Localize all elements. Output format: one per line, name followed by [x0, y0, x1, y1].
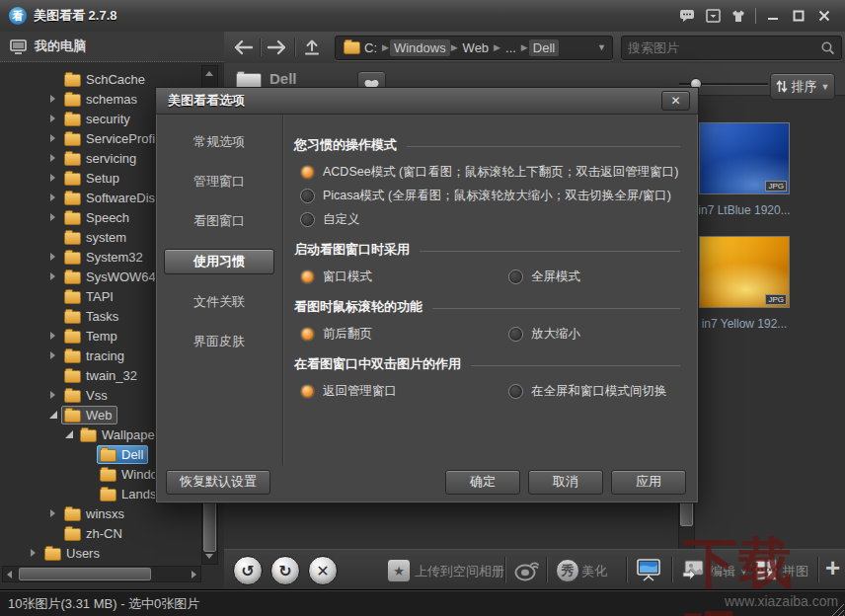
scroll-up-icon[interactable] [205, 71, 213, 76]
thumbnail-image-blue[interactable]: JPG [699, 122, 790, 194]
radio-option[interactable]: 在全屏和窗口模式间切换 [502, 379, 667, 403]
rotate-left-button[interactable]: ↺ [233, 556, 263, 585]
expand-arrow-icon[interactable] [47, 349, 59, 361]
breadcrumb[interactable]: C:▶Windows▶Web▶...▶Dell▼ [335, 36, 613, 60]
radio-option[interactable]: 自定义 [294, 207, 686, 231]
resize-grip[interactable] [830, 602, 844, 616]
restore-defaults-button[interactable]: 恢复默认设置 [166, 470, 270, 495]
thumbnail-image-orange[interactable]: JPG [699, 236, 790, 308]
scroll-right-icon[interactable] [192, 571, 196, 578]
radio-unselected-icon[interactable] [508, 384, 523, 399]
add-button[interactable]: + [825, 553, 840, 583]
tree-hscroll-thumb[interactable] [19, 568, 151, 580]
dialog-tab-使用习惯[interactable]: 使用习惯 [164, 249, 274, 274]
up-button[interactable] [297, 35, 327, 60]
expand-arrow-icon[interactable] [47, 132, 59, 144]
feedback-icon[interactable] [674, 6, 700, 26]
radio-selected-icon[interactable] [300, 270, 315, 284]
radio-selected-icon[interactable] [300, 327, 315, 342]
radio-option[interactable]: Picasa模式 (全屏看图；鼠标滚轮放大缩小；双击切换全屏/窗口) [294, 184, 686, 207]
edit-label[interactable]: 编辑 [710, 563, 735, 580]
maximize-button[interactable] [786, 6, 811, 26]
radio-option[interactable]: 前后翻页 [294, 322, 502, 346]
breadcrumb-segment-c[interactable]: C: [340, 38, 381, 56]
collapse-arrow-icon[interactable] [63, 428, 75, 440]
dialog-tab-界面皮肤[interactable]: 界面皮肤 [170, 330, 269, 353]
upload-album-label[interactable]: 上传到空间相册 [415, 563, 504, 580]
breadcrumb-segment-[interactable]: ... [501, 39, 520, 56]
tree-vscroll-thumb[interactable] [203, 499, 216, 552]
expand-arrow-icon[interactable] [47, 389, 59, 401]
radio-unselected-icon[interactable] [300, 189, 315, 203]
weibo-share-icon[interactable] [513, 557, 541, 582]
skin-icon[interactable] [726, 6, 751, 26]
search-box[interactable] [621, 36, 842, 60]
qzone-upload-icon[interactable]: ★ [387, 559, 411, 582]
beautify-icon[interactable]: 秀 [556, 559, 579, 582]
collapse-arrow-icon[interactable] [47, 409, 59, 421]
slideshow-button[interactable] [636, 558, 661, 581]
expand-arrow-icon[interactable] [47, 211, 59, 223]
beautify-label[interactable]: 美化 [581, 563, 607, 580]
tree-horizontal-scrollbar[interactable] [2, 566, 201, 582]
radio-selected-icon[interactable] [300, 384, 315, 399]
forward-button[interactable] [263, 35, 292, 60]
dialog-close-button[interactable]: ✕ [661, 91, 690, 111]
radio-option[interactable]: ACDSee模式 (窗口看图；鼠标滚轮上下翻页；双击返回管理窗口) [294, 160, 686, 184]
delete-button[interactable]: ✕ [308, 556, 338, 585]
edit-icon[interactable] [681, 559, 705, 580]
radio-unselected-icon[interactable] [508, 327, 523, 342]
edit-dropdown-icon[interactable]: ▼ [739, 567, 748, 577]
folder-icon [64, 271, 81, 284]
search-icon[interactable] [820, 40, 835, 55]
dialog-titlebar[interactable]: 美图看看选项 ✕ [156, 88, 698, 115]
collage-icon[interactable] [754, 558, 778, 581]
expand-arrow-icon[interactable] [47, 113, 59, 124]
radio-unselected-icon[interactable] [508, 270, 523, 284]
dialog-tab-常规选项[interactable]: 常规选项 [170, 130, 269, 154]
breadcrumb-segment-dell[interactable]: Dell [529, 39, 559, 56]
radio-option[interactable]: 窗口模式 [294, 265, 502, 288]
expand-arrow-icon[interactable] [47, 192, 59, 203]
expand-arrow-icon[interactable] [47, 270, 59, 282]
search-input[interactable] [622, 40, 820, 55]
tree-item-zh-cn[interactable]: zh-CN [0, 523, 200, 543]
ok-button[interactable]: 确定 [445, 470, 520, 495]
boss-key-icon[interactable] [700, 6, 726, 26]
expand-arrow-icon[interactable] [47, 507, 59, 519]
tree-item-winsxs[interactable]: winsxs [0, 503, 200, 523]
expand-arrow-icon[interactable] [47, 152, 59, 164]
scroll-left-icon[interactable] [7, 571, 12, 578]
radio-option[interactable]: 返回管理窗口 [294, 379, 502, 403]
thumbnail-cell[interactable]: JPGin7 LtBlue 1920... [690, 122, 799, 217]
thumbnail-cell[interactable]: JPGin7 Yellow 192... [690, 236, 799, 331]
my-computer-header[interactable]: 我的电脑 [0, 32, 224, 62]
radio-option[interactable]: 放大缩小 [502, 322, 580, 346]
breadcrumb-segment-web[interactable]: Web [459, 39, 494, 56]
dialog-tab-文件关联[interactable]: 文件关联 [170, 290, 269, 314]
dialog-tab-管理窗口[interactable]: 管理窗口 [170, 170, 269, 193]
minimize-button[interactable] [760, 6, 786, 26]
radio-unselected-icon[interactable] [300, 212, 315, 227]
sort-button[interactable]: 排序 ▼ [770, 73, 835, 100]
breadcrumb-dropdown-icon[interactable]: ▼ [597, 42, 608, 52]
radio-selected-icon[interactable] [300, 165, 315, 180]
back-button[interactable] [228, 35, 258, 60]
tree-item-users[interactable]: Users [0, 543, 200, 563]
rotate-right-button[interactable]: ↻ [270, 556, 300, 585]
scroll-down-icon[interactable] [205, 554, 213, 559]
dialog-tab-看图窗口[interactable]: 看图窗口 [170, 209, 269, 233]
collage-label[interactable]: 拼图 [783, 563, 808, 580]
radio-option[interactable]: 全屏模式 [502, 265, 580, 288]
expand-arrow-icon[interactable] [47, 172, 59, 184]
breadcrumb-segment-windows[interactable]: Windows [390, 39, 450, 56]
expand-arrow-icon[interactable] [47, 251, 59, 263]
tree-item-schcache[interactable]: SchCache [0, 69, 200, 89]
expand-arrow-icon[interactable] [47, 93, 59, 105]
folder-icon [100, 449, 116, 462]
apply-button[interactable]: 应用 [611, 470, 686, 495]
expand-arrow-icon[interactable] [47, 330, 59, 342]
close-button[interactable] [811, 6, 837, 26]
cancel-button[interactable]: 取消 [528, 470, 603, 495]
expand-arrow-icon[interactable] [28, 547, 39, 559]
